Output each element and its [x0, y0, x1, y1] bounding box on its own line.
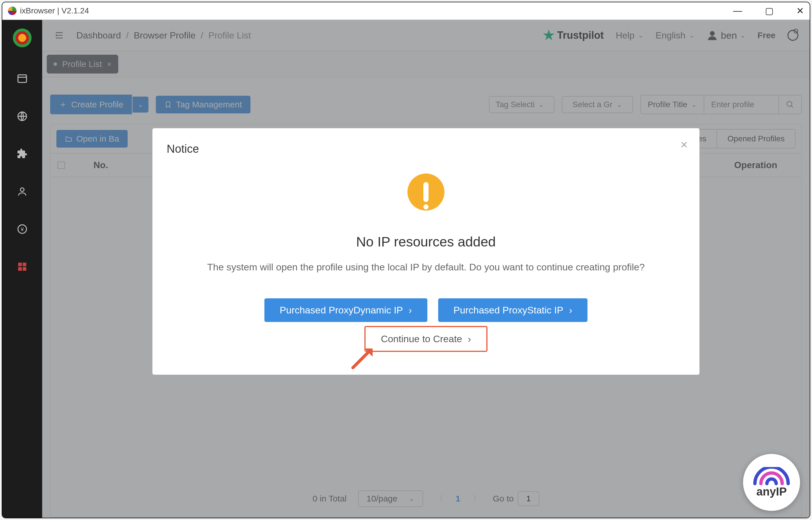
- grid-icon[interactable]: [16, 260, 28, 273]
- anyip-watermark: anyIP: [743, 454, 800, 511]
- app-frame: ixBrowser | V2.1.24 — ▢ ✕ ¥: [2, 2, 810, 518]
- close-icon[interactable]: ✕: [796, 5, 804, 16]
- notice-modal: Notice ✕ No IP resources added The syste…: [152, 128, 700, 375]
- globe-icon[interactable]: [16, 110, 28, 123]
- svg-rect-8: [18, 267, 22, 271]
- main-panel: Dashboard / Browser Profile / Profile Li…: [42, 20, 810, 518]
- chevron-right-icon: ›: [468, 333, 471, 344]
- modal-close-button[interactable]: ✕: [680, 139, 688, 151]
- btn-dynamic-label: Purchased ProxyDynamic IP: [280, 305, 403, 316]
- svg-rect-6: [18, 263, 22, 266]
- coin-icon[interactable]: ¥: [16, 223, 28, 235]
- app-body: ¥ Dashboard / Browser Profile / Profile …: [2, 20, 810, 518]
- maximize-icon[interactable]: ▢: [765, 5, 774, 16]
- extension-icon[interactable]: [16, 148, 28, 160]
- warning-icon: [408, 174, 444, 211]
- purchased-static-ip-button[interactable]: Purchased ProxyStatic IP ›: [438, 298, 588, 322]
- sidebar: ¥: [2, 20, 42, 518]
- svg-point-3: [21, 188, 24, 191]
- window-title: ixBrowser | V2.1.24: [20, 6, 89, 16]
- svg-line-16: [353, 352, 369, 368]
- modal-button-row-2: Continue to Create ›: [167, 326, 685, 352]
- browser-icon[interactable]: [16, 72, 28, 85]
- svg-text:¥: ¥: [21, 226, 24, 232]
- window-titlebar: ixBrowser | V2.1.24 — ▢ ✕: [2, 2, 810, 20]
- anyip-logo-icon: [752, 467, 791, 487]
- window-controls: — ▢ ✕: [733, 5, 804, 16]
- btn-continue-label: Continue to Create: [381, 333, 462, 344]
- btn-static-label: Purchased ProxyStatic IP: [453, 305, 564, 316]
- modal-overlay: Notice ✕ No IP resources added The syste…: [42, 20, 810, 518]
- modal-headline: No IP resources added: [167, 234, 685, 250]
- svg-rect-9: [23, 267, 26, 271]
- purchased-dynamic-ip-button[interactable]: Purchased ProxyDynamic IP ›: [264, 298, 427, 322]
- svg-rect-0: [18, 75, 26, 83]
- modal-subtext: The system will open the profile using t…: [167, 262, 685, 273]
- svg-rect-7: [23, 263, 26, 266]
- modal-title: Notice: [167, 142, 685, 155]
- annotation-arrow-icon: [349, 346, 375, 371]
- anyip-label: anyIP: [756, 485, 787, 498]
- chevron-right-icon: ›: [409, 305, 412, 316]
- sidebar-logo-icon: [13, 28, 32, 47]
- contact-icon[interactable]: [16, 185, 28, 198]
- app-logo-icon: [8, 6, 17, 15]
- continue-to-create-button[interactable]: Continue to Create ›: [364, 326, 488, 352]
- minimize-icon[interactable]: —: [733, 5, 742, 16]
- modal-button-row-1: Purchased ProxyDynamic IP › Purchased Pr…: [167, 298, 685, 322]
- chevron-right-icon: ›: [569, 305, 572, 316]
